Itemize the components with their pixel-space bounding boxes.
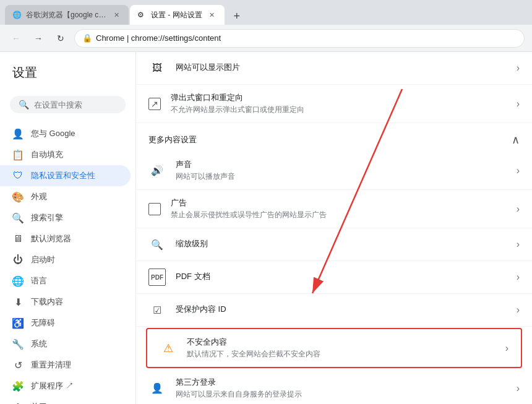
- tab1-favicon: 🌐: [12, 11, 21, 19]
- section-more-label: 更多内容设置: [148, 134, 197, 145]
- zoom-title: 缩放级别: [176, 238, 507, 249]
- insecure-arrow-icon: ›: [505, 343, 508, 354]
- tab2-favicon: ⚙: [137, 11, 146, 19]
- sidebar-item-google[interactable]: 👤 您与 Google: [0, 123, 131, 144]
- content-area: 🖼 网站可以显示图片 › ↗ 弹出式窗口和重定向 不允许网站显示弹出式窗口或使用…: [136, 52, 532, 404]
- address-secure-icon: 🔒: [82, 33, 92, 43]
- sidebar-label-accessibility: 无障碍: [31, 317, 55, 329]
- images-icon: 🖼: [148, 59, 166, 77]
- sidebar-label-browser: 默认浏览器: [31, 233, 71, 244]
- browser-frame: 🌐 谷歌浏览器【google chrome】 ✕ ⚙ 设置 - 网站设置 ✕ +…: [0, 0, 532, 404]
- images-title: 网站可以显示图片: [176, 62, 507, 73]
- sound-text: 声音 网站可以播放声音: [176, 159, 507, 182]
- settings-item-protected[interactable]: ☑ 受保护内容 ID ›: [136, 294, 532, 327]
- address-bar[interactable]: 🔒 Chrome | chrome://settings/content: [74, 29, 525, 48]
- sidebar-item-system[interactable]: 🔧 系统: [0, 333, 131, 355]
- sidebar-label-downloads: 下载内容: [31, 296, 63, 307]
- images-text: 网站可以显示图片: [176, 62, 507, 74]
- pdf-text: PDF 文档: [176, 271, 507, 283]
- pdf-title: PDF 文档: [176, 271, 507, 282]
- settings-item-sound[interactable]: 🔊 声音 网站可以播放声音 ›: [136, 152, 532, 190]
- settings-item-zoom[interactable]: 🔍 缩放级别 ›: [136, 228, 532, 261]
- tab2-close[interactable]: ✕: [207, 10, 217, 20]
- accessibility-icon: ♿: [12, 317, 24, 329]
- sidebar: 设置 🔍 👤 您与 Google 📋 自动填充 🛡 隐私设置和安全性: [0, 52, 136, 404]
- sidebar-item-privacy[interactable]: 🛡 隐私设置和安全性: [0, 165, 131, 186]
- protected-text: 受保护内容 ID: [176, 304, 507, 316]
- main-area: 设置 🔍 👤 您与 Google 📋 自动填充 🛡 隐私设置和安全性: [0, 52, 532, 404]
- ads-title: 广告: [171, 197, 507, 208]
- sidebar-item-reset[interactable]: ↺ 重置并清理: [0, 355, 131, 376]
- ads-icon: [148, 203, 161, 215]
- zoom-icon: 🔍: [148, 236, 166, 253]
- startup-icon: ⏻: [12, 254, 24, 265]
- tab1-close[interactable]: ✕: [111, 10, 121, 20]
- third-party-arrow-icon: ›: [517, 383, 520, 394]
- ads-arrow-icon: ›: [517, 204, 520, 215]
- settings-item-pdf[interactable]: PDF PDF 文档 ›: [136, 261, 532, 294]
- sidebar-label-extensions: 扩展程序 ↗: [31, 380, 74, 392]
- tab2-label: 设置 - 网站设置: [151, 10, 202, 20]
- sound-arrow-icon: ›: [517, 165, 520, 176]
- sound-desc: 网站可以播放声音: [176, 171, 507, 182]
- forward-button[interactable]: →: [30, 30, 47, 47]
- sidebar-item-accessibility[interactable]: ♿ 无障碍: [0, 312, 131, 333]
- sidebar-item-appearance[interactable]: 🎨 外观: [0, 186, 131, 207]
- insecure-text: 不安全内容 默认情况下，安全网站会拦截不安全内容: [187, 337, 496, 359]
- popups-title: 弹出式窗口和重定向: [171, 92, 507, 103]
- settings-item-popups[interactable]: ↗ 弹出式窗口和重定向 不允许网站显示弹出式窗口或使用重定向 ›: [136, 85, 532, 123]
- pdf-arrow-icon: ›: [517, 272, 520, 283]
- third-party-title: 第三方登录: [176, 377, 507, 388]
- sidebar-item-browser[interactable]: 🖥 默认浏览器: [0, 228, 131, 249]
- sidebar-label-language: 语言: [31, 275, 47, 286]
- sidebar-label-reset: 重置并清理: [31, 359, 71, 371]
- third-party-icon: 👤: [148, 380, 166, 397]
- sidebar-item-downloads[interactable]: ⬇ 下载内容: [0, 291, 131, 312]
- settings-item-third-party[interactable]: 👤 第三方登录 网站可以显示来自自身服务的登录提示 ›: [136, 369, 532, 404]
- sound-title: 声音: [176, 159, 507, 170]
- sidebar-item-language[interactable]: 🌐 语言: [0, 270, 131, 291]
- back-button[interactable]: ←: [7, 30, 25, 47]
- search-engine-icon: 🔍: [12, 212, 24, 223]
- sidebar-item-about[interactable]: ℹ 关于 Chrome: [0, 397, 131, 404]
- popups-desc: 不允许网站显示弹出式窗口或使用重定向: [171, 105, 507, 115]
- insecure-warning-icon: ⚠: [160, 340, 177, 357]
- section-toggle-icon[interactable]: ∧: [512, 133, 520, 147]
- zoom-text: 缩放级别: [176, 238, 507, 251]
- sidebar-title: 设置: [0, 59, 135, 91]
- settings-item-images[interactable]: 🖼 网站可以显示图片 ›: [136, 52, 532, 85]
- popups-text: 弹出式窗口和重定向 不允许网站显示弹出式窗口或使用重定向: [171, 92, 507, 115]
- address-chrome: Chrome: [96, 33, 124, 43]
- sidebar-label-startup: 启动时: [31, 254, 55, 265]
- sidebar-item-search[interactable]: 🔍 搜索引擎: [0, 207, 131, 228]
- search-wrapper[interactable]: 🔍: [10, 96, 126, 113]
- sidebar-item-autofill[interactable]: 📋 自动填充: [0, 144, 131, 165]
- protected-title: 受保护内容 ID: [176, 304, 507, 315]
- settings-item-insecure[interactable]: ⚠ 不安全内容 默认情况下，安全网站会拦截不安全内容 ›: [146, 328, 522, 368]
- sidebar-item-startup[interactable]: ⏻ 启动时: [0, 249, 131, 270]
- sidebar-label-system: 系统: [31, 338, 47, 350]
- tab-active[interactable]: ⚙ 设置 - 网站设置 ✕: [130, 5, 225, 25]
- new-tab-button[interactable]: +: [228, 7, 246, 25]
- ads-text: 广告 禁止会展示侵扰性或误导性广告的网站显示广告: [171, 197, 507, 220]
- reset-icon: ↺: [12, 359, 24, 371]
- tab1-label: 谷歌浏览器【google chrome】: [26, 10, 106, 20]
- sidebar-label-google: 您与 Google: [31, 128, 75, 139]
- sound-icon: 🔊: [148, 162, 166, 179]
- third-party-desc: 网站可以显示来自自身服务的登录提示: [176, 389, 507, 400]
- google-icon: 👤: [12, 128, 24, 139]
- language-icon: 🌐: [12, 275, 24, 286]
- about-icon: ℹ: [12, 402, 24, 404]
- address-content: content: [194, 33, 221, 43]
- settings-item-ads[interactable]: 广告 禁止会展示侵扰性或误导性广告的网站显示广告 ›: [136, 190, 532, 228]
- refresh-button[interactable]: ↻: [52, 30, 69, 47]
- browser-icon: 🖥: [12, 233, 24, 244]
- sidebar-item-extensions[interactable]: 🧩 扩展程序 ↗: [0, 376, 131, 397]
- address-text: Chrome | chrome://settings/content: [96, 33, 221, 43]
- popups-arrow-icon: ›: [517, 98, 520, 110]
- extensions-icon: 🧩: [12, 380, 24, 392]
- appearance-icon: 🎨: [12, 191, 24, 202]
- sidebar-label-privacy: 隐私设置和安全性: [31, 170, 95, 181]
- search-input[interactable]: [34, 100, 136, 110]
- tab-inactive[interactable]: 🌐 谷歌浏览器【google chrome】 ✕: [5, 5, 129, 25]
